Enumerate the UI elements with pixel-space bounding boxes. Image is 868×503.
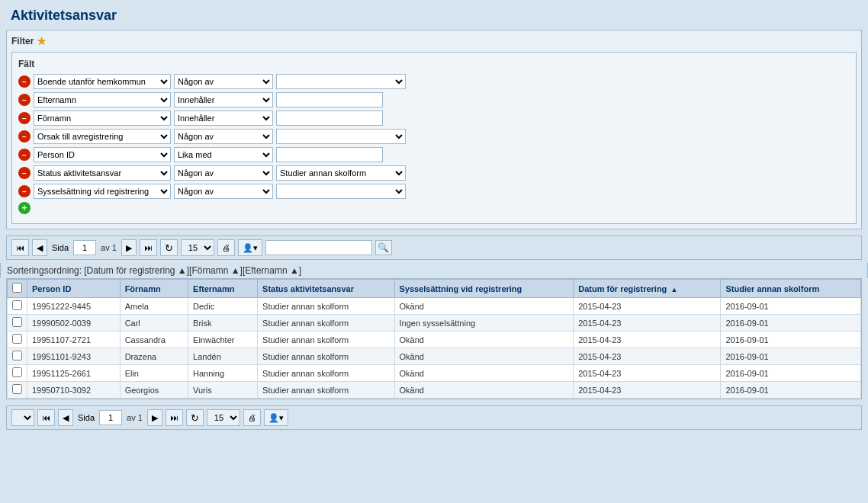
filter-field-2[interactable]: Efternamn [34, 92, 171, 107]
add-filter-button[interactable]: + [18, 202, 31, 214]
filter-field-5[interactable]: Person ID [34, 147, 171, 162]
print-button-top[interactable]: 🖨 [217, 239, 235, 256]
page-input-bottom[interactable] [99, 410, 122, 425]
refresh-button-bottom[interactable]: ↻ [186, 409, 204, 426]
print-button-bottom[interactable]: 🖨 [243, 409, 261, 426]
refresh-button-top[interactable]: ↻ [160, 239, 178, 256]
row-checkbox-0[interactable] [8, 298, 27, 315]
filter-val-input-5[interactable] [276, 147, 383, 162]
filter-field-3[interactable]: Förnamn [34, 111, 171, 126]
row-checkbox-4[interactable] [8, 365, 27, 382]
rows-per-page-bottom[interactable]: 15 25 50 [207, 409, 240, 426]
remove-filter-5[interactable]: − [18, 149, 31, 161]
cell-studier-3: 2016-09-01 [721, 348, 861, 365]
rows-per-page-top[interactable]: 15 25 50 [181, 239, 214, 256]
col-header-person-id[interactable]: Person ID [27, 280, 121, 298]
person-button-bottom[interactable]: 👤▾ [264, 409, 288, 426]
filter-row-5: − Person ID Lika med [18, 147, 850, 162]
next-page-button[interactable]: ▶ [121, 239, 137, 256]
page-input-top[interactable] [73, 240, 96, 255]
cell-fornamn-5: Georgios [120, 382, 188, 399]
cell-sysselsattning-5: Okänd [394, 382, 574, 399]
filter-row-2: − Efternamn Innehåller [18, 92, 850, 107]
col-header-efternamn[interactable]: Efternamn [188, 280, 258, 298]
filter-op-6[interactable]: Någon av [174, 165, 273, 181]
last-page-button[interactable]: ⏭ [140, 239, 157, 256]
select-action-bottom[interactable]: ▾ [11, 409, 34, 426]
cell-datum-5: 2015-04-23 [574, 382, 721, 399]
prev-page-button[interactable]: ◀ [32, 239, 47, 256]
filter-field-7[interactable]: Sysselsättning vid registrering [34, 184, 171, 199]
cell-efternamn-3: Landén [188, 348, 258, 365]
col-header-status[interactable]: Status aktivitetsansvar [258, 280, 394, 298]
first-page-button[interactable]: ⏮ [11, 239, 29, 256]
row-select-2[interactable] [12, 334, 22, 344]
cell-efternamn-2: Einwächter [188, 332, 258, 348]
falt-label: Fält [18, 59, 850, 69]
cell-person-id-0: 19951222-9445 [27, 298, 121, 315]
filter-op-1[interactable]: Någon av [174, 74, 273, 89]
row-select-4[interactable] [12, 367, 22, 377]
filter-op-3[interactable]: Innehåller [174, 111, 273, 126]
filter-val-input-3[interactable] [276, 111, 383, 126]
search-input-top[interactable] [265, 240, 372, 255]
row-select-5[interactable] [12, 384, 22, 394]
cell-fornamn-1: Carl [120, 315, 188, 332]
filter-field-4[interactable]: Orsak till avregistrering [34, 129, 171, 144]
cell-status-3: Studier annan skolform [258, 348, 394, 365]
cell-person-id-4: 19951125-2661 [27, 365, 121, 382]
row-select-0[interactable] [12, 300, 22, 310]
cell-sysselsattning-2: Okänd [394, 332, 574, 348]
filter-val-7[interactable] [276, 184, 406, 199]
filter-val-input-2[interactable] [276, 92, 383, 107]
cell-studier-1: 2016-09-01 [721, 315, 861, 332]
cell-efternamn-5: Vuris [188, 382, 258, 399]
select-all-checkbox[interactable] [12, 283, 22, 293]
prev-page-button-bottom[interactable]: ◀ [58, 409, 73, 426]
person-button-top[interactable]: 👤▾ [238, 239, 262, 256]
last-page-button-bottom[interactable]: ⏭ [166, 409, 183, 426]
filter-field-6[interactable]: Status aktivitetsansvar [34, 165, 171, 181]
col-header-studier[interactable]: Studier annan skolform [721, 280, 861, 298]
col-header-checkbox[interactable] [8, 280, 27, 298]
table-row: 19951107-2721 Cassandra Einwächter Studi… [8, 332, 861, 348]
next-page-button-bottom[interactable]: ▶ [147, 409, 162, 426]
data-table: Person ID Förnamn Efternamn Status aktiv… [7, 279, 861, 399]
remove-filter-2[interactable]: − [18, 94, 31, 106]
row-select-3[interactable] [12, 351, 22, 360]
row-checkbox-1[interactable] [8, 315, 27, 332]
page-label-top: Sida [50, 243, 70, 252]
filter-op-5[interactable]: Lika med [174, 147, 273, 162]
search-button-top[interactable]: 🔍 [375, 240, 392, 255]
filter-val-6[interactable]: Studier annan skolform [276, 165, 406, 181]
remove-filter-7[interactable]: − [18, 185, 31, 197]
cell-status-5: Studier annan skolform [258, 382, 394, 399]
page-title: Aktivitetsansvar [0, 0, 868, 30]
col-header-fornamn[interactable]: Förnamn [120, 280, 188, 298]
row-checkbox-3[interactable] [8, 348, 27, 365]
row-select-1[interactable] [12, 317, 22, 327]
cell-sysselsattning-4: Okänd [394, 365, 574, 382]
col-header-datum[interactable]: Datum för registrering ▲ [574, 280, 721, 298]
filter-op-7[interactable]: Någon av [174, 184, 273, 199]
cell-status-0: Studier annan skolform [258, 298, 394, 315]
page-of-top: av 1 [99, 243, 118, 252]
filter-row-1: − Boende utanför hemkommun Någon av [18, 74, 850, 89]
row-checkbox-2[interactable] [8, 332, 27, 348]
filter-field-1[interactable]: Boende utanför hemkommun [34, 74, 171, 89]
remove-filter-3[interactable]: − [18, 112, 31, 124]
cell-person-id-5: 19950710-3092 [27, 382, 121, 399]
cell-status-4: Studier annan skolform [258, 365, 394, 382]
row-checkbox-5[interactable] [8, 382, 27, 399]
remove-filter-1[interactable]: − [18, 75, 31, 88]
cell-status-2: Studier annan skolform [258, 332, 394, 348]
sort-label: Sorteringsordning: [7, 265, 82, 276]
filter-val-1[interactable] [276, 74, 406, 89]
filter-op-4[interactable]: Någon av [174, 129, 273, 144]
remove-filter-6[interactable]: − [18, 167, 31, 179]
filter-val-4[interactable] [276, 129, 406, 144]
remove-filter-4[interactable]: − [18, 130, 31, 143]
filter-op-2[interactable]: Innehåller [174, 92, 273, 107]
col-header-sysselsattning[interactable]: Sysselsättning vid registrering [394, 280, 574, 298]
first-page-button-bottom[interactable]: ⏮ [37, 409, 55, 426]
